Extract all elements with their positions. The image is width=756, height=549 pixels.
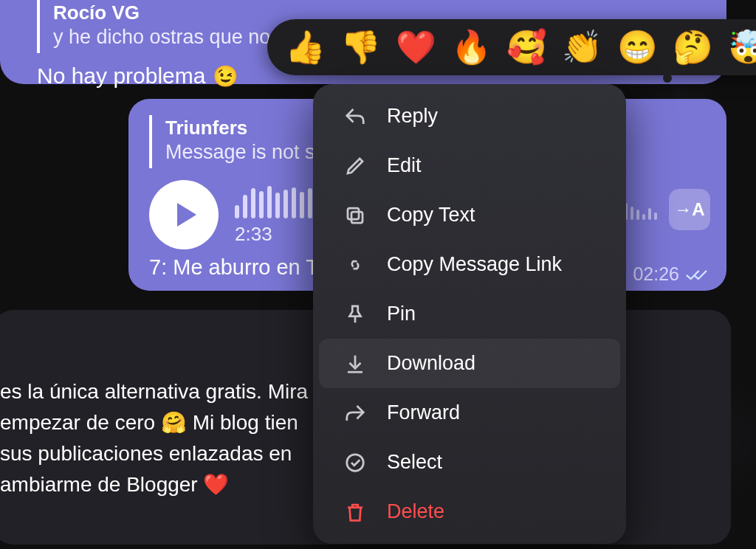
message-text: No hay problema	[37, 63, 205, 89]
menu-item-forward[interactable]: Forward	[319, 388, 620, 438]
message-context-menu: Reply Edit Copy Text Copy Message Link P…	[313, 84, 626, 544]
menu-item-pin[interactable]: Pin	[319, 289, 620, 339]
menu-anchor-icon	[663, 74, 672, 83]
pencil-icon	[344, 155, 366, 177]
reaction-clap[interactable]: 👏	[562, 31, 602, 63]
transcribe-label: →A	[674, 199, 704, 220]
reaction-smiling-hearts[interactable]: 🥰	[506, 31, 547, 63]
menu-item-copy-text[interactable]: Copy Text	[319, 190, 620, 240]
menu-item-select[interactable]: Select	[319, 438, 620, 487]
menu-label: Forward	[387, 401, 460, 424]
read-ticks-icon	[685, 267, 710, 282]
menu-label: Download	[387, 352, 475, 375]
menu-label: Edit	[387, 154, 422, 177]
wink-emoji: 😉	[213, 64, 238, 89]
reaction-exploding-head[interactable]: 🤯	[728, 31, 756, 63]
menu-label: Copy Message Link	[387, 253, 562, 276]
menu-label: Copy Text	[387, 204, 475, 227]
reaction-picker[interactable]: 👍 👎 ❤️ 🔥 🥰 👏 😁 🤔 🤯	[267, 19, 756, 75]
menu-label: Reply	[387, 105, 438, 128]
pin-icon	[344, 303, 366, 325]
reply-icon	[344, 106, 366, 128]
download-icon	[344, 353, 366, 375]
voice-to-text-button[interactable]: →A	[669, 189, 710, 230]
menu-item-copy-link[interactable]: Copy Message Link	[319, 240, 620, 289]
menu-item-edit[interactable]: Edit	[319, 141, 620, 190]
reaction-thumbs-down[interactable]: 👎	[340, 31, 381, 63]
reaction-thumbs-up[interactable]: 👍	[285, 31, 326, 63]
reaction-fire[interactable]: 🔥	[451, 31, 492, 63]
reaction-thinking[interactable]: 🤔	[673, 31, 713, 63]
trash-icon	[344, 501, 366, 523]
menu-item-download[interactable]: Download	[319, 339, 620, 388]
copy-icon	[344, 204, 366, 227]
reaction-grin[interactable]: 😁	[617, 31, 658, 63]
menu-label: Pin	[387, 303, 416, 325]
menu-label: Delete	[387, 500, 444, 523]
menu-item-delete[interactable]: Delete	[319, 487, 620, 536]
svg-point-2	[347, 454, 364, 471]
menu-item-reply[interactable]: Reply	[319, 92, 620, 141]
menu-label: Select	[387, 451, 442, 474]
svg-rect-1	[348, 208, 359, 219]
play-icon	[171, 200, 201, 229]
svg-rect-0	[351, 212, 362, 223]
play-button[interactable]	[149, 180, 219, 249]
message-time: 02:26	[633, 263, 679, 285]
check-circle-icon	[344, 452, 366, 474]
link-icon	[344, 254, 366, 276]
reaction-heart[interactable]: ❤️	[396, 31, 436, 63]
forward-icon	[344, 402, 366, 424]
